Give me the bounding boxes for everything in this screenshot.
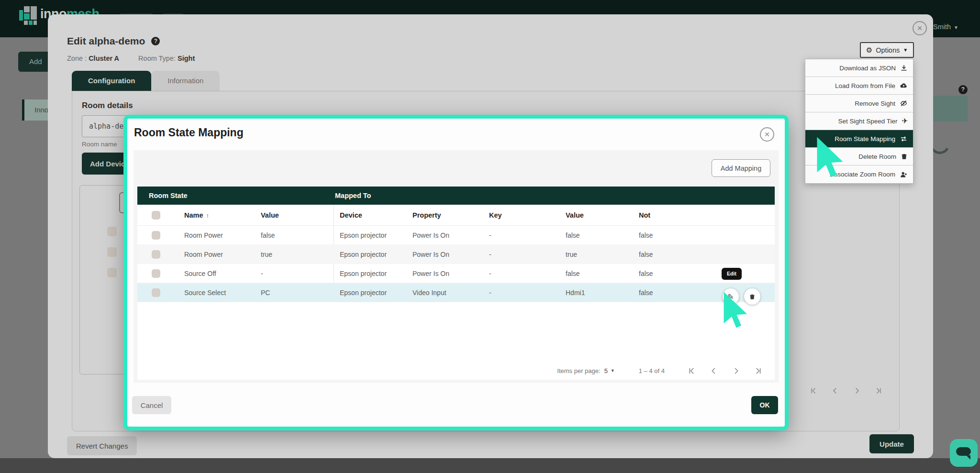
first-page-button[interactable] — [687, 366, 696, 375]
table-row[interactable]: Room Power true Epson projector Power Is… — [137, 245, 775, 264]
menu-item-download-json[interactable]: Download as JSON — [805, 59, 913, 77]
mapping-table: Room State Mapped To Name↑ Value Device … — [137, 187, 775, 380]
screen: innomesh Smith▼ Add Inno ? × Edit alpha-… — [0, 0, 980, 473]
prev-page-icon — [831, 386, 839, 395]
cursor-icon — [813, 136, 849, 182]
cursor-icon — [721, 291, 752, 332]
tab-configuration[interactable]: Configuration — [72, 71, 151, 91]
pagination-range: 1 – 4 of 4 — [639, 367, 665, 374]
plane-icon: ✈ — [902, 117, 908, 125]
page-footer — [0, 458, 980, 473]
chevron-down-icon: ▼ — [954, 25, 958, 30]
row-checkbox[interactable] — [152, 288, 160, 297]
user-menu[interactable]: Smith▼ — [933, 23, 958, 31]
eye-off-icon — [900, 99, 908, 107]
row-checkbox[interactable] — [152, 269, 160, 278]
prev-page-button[interactable] — [709, 366, 718, 375]
room-meta: Zone : Cluster A Room Type: Sight — [67, 55, 212, 62]
next-page-icon — [853, 386, 861, 395]
menu-item-remove-sight[interactable]: Remove Sight — [805, 95, 913, 112]
trash-icon — [901, 153, 908, 160]
chat-icon — [966, 455, 970, 460]
background-button — [933, 96, 968, 121]
row-checkbox[interactable] — [152, 250, 160, 259]
menu-item-load-room[interactable]: Load Room from File — [805, 77, 913, 95]
cancel-button[interactable]: Cancel — [132, 396, 171, 414]
table-row-hovered[interactable]: Source Select PC Epson projector Video I… — [137, 283, 775, 302]
next-page-button[interactable] — [732, 366, 741, 375]
chevron-down-icon[interactable]: ▼ — [611, 368, 615, 373]
last-page-icon — [875, 386, 883, 395]
help-icon[interactable]: ? — [151, 37, 160, 45]
update-button[interactable]: Update — [869, 434, 914, 453]
tab-information[interactable]: Information — [151, 71, 220, 91]
table-column-header: Name↑ Value Device Property Key Value No… — [137, 205, 775, 226]
room-state-mapping-modal: Room State Mapping × Add Mapping Room St… — [123, 115, 789, 430]
gear-icon: ⚙ — [866, 46, 872, 55]
modal-title: Room State Mapping — [134, 126, 244, 139]
chevron-down-icon: ▼ — [903, 47, 908, 53]
help-icon[interactable]: ? — [958, 85, 968, 94]
cloud-upload-icon — [900, 82, 908, 89]
add-mapping-button[interactable]: Add Mapping — [712, 159, 770, 177]
device-checkbox[interactable] — [107, 247, 117, 257]
row-checkbox[interactable] — [152, 231, 160, 240]
sort-asc-icon[interactable]: ↑ — [206, 212, 210, 219]
device-checkbox[interactable] — [107, 227, 117, 236]
swap-icon — [900, 135, 908, 143]
table-row[interactable]: Room Power false Epson projector Power I… — [137, 226, 775, 245]
chat-widget-button[interactable] — [950, 439, 978, 467]
edit-tooltip: Edit — [722, 268, 742, 280]
background-paginator — [809, 386, 883, 395]
table-group-header: Room State Mapped To — [137, 187, 775, 205]
ok-button[interactable]: OK — [751, 396, 778, 414]
innomesh-logo-icon — [19, 6, 37, 26]
close-icon[interactable]: × — [913, 21, 927, 35]
select-all-checkbox[interactable] — [152, 211, 160, 220]
mapping-panel: Add Mapping Room State Mapped To Name↑ V… — [134, 150, 779, 383]
download-icon — [900, 64, 908, 72]
first-page-icon — [809, 386, 817, 395]
options-button[interactable]: ⚙ Options ▼ — [860, 42, 914, 58]
last-page-button[interactable] — [754, 366, 763, 375]
person-add-icon — [900, 171, 908, 178]
revert-changes-button[interactable]: Revert Changes — [67, 436, 137, 455]
items-per-page-select[interactable]: 5 — [604, 367, 608, 374]
close-icon[interactable]: × — [760, 127, 774, 142]
section-title: Room details — [82, 101, 133, 110]
room-name-caption: Room name — [82, 141, 117, 148]
tab-bar: Configuration Information — [72, 71, 220, 91]
table-pagination: Items per page: 5 ▼ 1 – 4 of 4 — [557, 363, 763, 378]
chat-icon — [956, 447, 971, 456]
menu-item-set-sight-speed-tier[interactable]: Set Sight Speed Tier ✈ — [805, 112, 913, 130]
device-checkbox[interactable] — [107, 268, 117, 277]
page-title: Edit alpha-demo — [67, 35, 145, 47]
table-row[interactable]: Source Off - Epson projector Power Is On… — [137, 264, 775, 283]
